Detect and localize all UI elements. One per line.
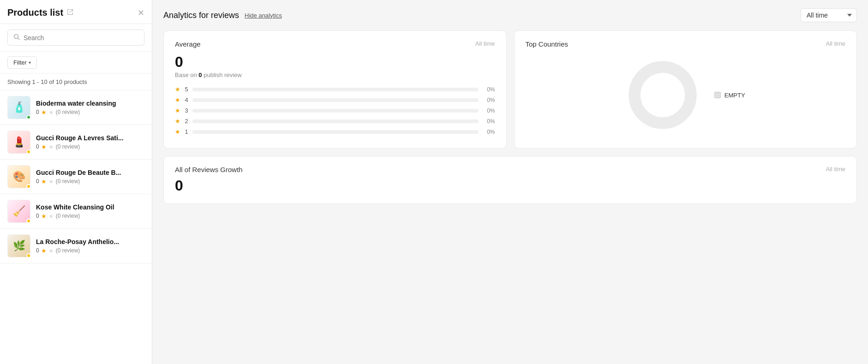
rating-number: 2 [184, 118, 189, 125]
star-empty-icon: ★ [48, 109, 54, 116]
donut-legend: EMPTY [714, 92, 745, 99]
product-name: La Roche-Posay Anthelio... [36, 238, 144, 245]
progress-bar-bg [192, 119, 479, 123]
product-info: La Roche-Posay Anthelio...0★★(0 review) [36, 238, 144, 254]
ratings-section: ★50%★40%★30%★20%★10% [175, 86, 495, 135]
product-name: Bioderma water cleansing [36, 100, 144, 107]
rating-star-icon: ★ [175, 107, 180, 114]
list-item[interactable]: 💄Gucci Rouge A Levres Sati...0★★(0 revie… [0, 125, 152, 160]
list-item[interactable]: 🌿La Roche-Posay Anthelio...0★★(0 review) [0, 229, 152, 263]
product-thumb-icon: 💄 [13, 136, 25, 148]
progress-bar-bg [192, 88, 479, 91]
rating-number: 4 [184, 96, 189, 103]
product-rating-row: 0★★(0 review) [36, 213, 144, 220]
rating-row: ★10% [175, 128, 495, 135]
svg-line-1 [18, 38, 20, 40]
product-rating-row: 0★★(0 review) [36, 109, 144, 116]
star-empty-icon: ★ [48, 213, 54, 220]
rating-star-icon: ★ [175, 118, 180, 125]
search-section [0, 24, 152, 52]
analytics-header: Analytics for reviews Hide analytics All… [152, 0, 868, 30]
review-count: (0 review) [56, 213, 80, 219]
average-card-title: Average [175, 40, 201, 48]
growth-card: All of Reviews Growth All time 0 [163, 156, 857, 204]
status-dot [26, 149, 31, 154]
product-name: Kose White Cleansing Oil [36, 203, 144, 211]
top-cards-row: Average All time 0 Base on 0 publish rev… [152, 30, 868, 156]
product-thumbnail: 🎨 [7, 165, 30, 188]
hide-analytics-link[interactable]: Hide analytics [245, 12, 282, 19]
svg-point-2 [635, 67, 691, 123]
top-countries-header: Top Countries All time [526, 40, 846, 48]
analytics-title-area: Analytics for reviews Hide analytics [163, 11, 282, 20]
status-dot [26, 184, 31, 189]
review-count: (0 review) [56, 247, 80, 254]
rating-row: ★50% [175, 86, 495, 93]
rating-score: 0 [36, 213, 39, 219]
list-item[interactable]: 🧴Bioderma water cleansing0★★(0 review) [0, 90, 152, 125]
list-item[interactable]: 🧹Kose White Cleansing Oil0★★(0 review) [0, 194, 152, 229]
external-link-icon[interactable] [67, 9, 73, 17]
product-thumbnail: 🧴 [7, 96, 30, 119]
top-countries-card: Top Countries All time EMPTY [514, 30, 857, 149]
product-info: Bioderma water cleansing0★★(0 review) [36, 100, 144, 116]
star-filled-icon: ★ [41, 178, 47, 185]
average-card-time: All time [475, 40, 495, 47]
analytics-title: Analytics for reviews [163, 11, 239, 20]
progress-bar-bg [192, 98, 479, 102]
status-dot [26, 219, 31, 223]
progress-bar-bg [192, 109, 479, 113]
base-label: Base on [175, 72, 197, 78]
top-countries-title: Top Countries [526, 40, 569, 48]
rating-row: ★40% [175, 96, 495, 103]
product-rating-row: 0★★(0 review) [36, 143, 144, 150]
pct-label: 0% [482, 129, 495, 135]
pct-label: 0% [482, 97, 495, 103]
product-thumb-icon: 🧹 [13, 205, 25, 217]
filter-button[interactable]: Filter ▾ [7, 56, 37, 69]
status-dot [26, 253, 31, 258]
filter-label: Filter [13, 59, 27, 66]
review-count: (0 review) [56, 109, 80, 115]
product-thumbnail: 💄 [7, 131, 30, 154]
growth-time: All time [826, 166, 845, 173]
product-name: Gucci Rouge De Beaute B... [36, 169, 144, 176]
base-suffix: publish review [204, 72, 241, 78]
progress-bar-bg [192, 130, 479, 134]
main-content: Analytics for reviews Hide analytics All… [152, 0, 868, 364]
time-filter-select[interactable]: All timeLast 7 daysLast 30 daysLast 90 d… [801, 8, 857, 22]
review-count: (0 review) [56, 178, 80, 185]
sidebar-header: Products list ✕ [0, 0, 152, 24]
star-filled-icon: ★ [41, 143, 47, 150]
rating-score: 0 [36, 178, 39, 185]
star-empty-icon: ★ [48, 247, 54, 254]
sidebar-title-area: Products list [7, 7, 73, 18]
average-card-header: Average All time [175, 40, 495, 48]
legend-item-empty: EMPTY [714, 92, 745, 99]
chevron-down-icon: ▾ [29, 60, 31, 65]
legend-label: EMPTY [724, 92, 745, 99]
pct-label: 0% [482, 86, 495, 93]
search-box [7, 30, 144, 46]
list-item[interactable]: 🎨Gucci Rouge De Beaute B...0★★(0 review) [0, 160, 152, 194]
product-rating-row: 0★★(0 review) [36, 178, 144, 185]
close-icon[interactable]: ✕ [138, 9, 144, 17]
review-count: (0 review) [56, 143, 80, 150]
legend-box [714, 92, 721, 98]
star-filled-icon: ★ [41, 247, 47, 254]
product-thumb-icon: 🌿 [13, 240, 25, 252]
product-info: Gucci Rouge De Beaute B...0★★(0 review) [36, 169, 144, 185]
pct-label: 0% [482, 118, 495, 125]
product-thumbnail: 🧹 [7, 200, 30, 223]
product-name: Gucci Rouge A Levres Sati... [36, 134, 144, 142]
active-dot [26, 115, 31, 119]
top-countries-time: All time [826, 40, 845, 47]
sidebar: Products list ✕ Filter ▾ [0, 0, 152, 364]
rating-number: 3 [184, 107, 189, 114]
growth-title: All of Reviews Growth [175, 166, 243, 173]
star-filled-icon: ★ [41, 109, 47, 116]
donut-chart [626, 58, 700, 132]
rating-row: ★30% [175, 107, 495, 114]
search-input[interactable] [24, 34, 138, 42]
star-empty-icon: ★ [48, 178, 54, 185]
